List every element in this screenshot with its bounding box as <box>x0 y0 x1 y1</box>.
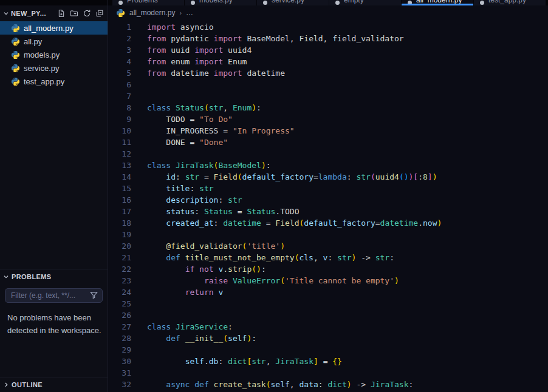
line-number: 10 <box>108 125 131 137</box>
workspace-title: NEW_PY... <box>11 10 56 17</box>
line-number: 21 <box>108 252 131 263</box>
new-file-icon[interactable] <box>56 8 67 19</box>
line-number: 7 <box>108 90 131 102</box>
code-line[interactable]: 9 TODO = "To Do" <box>108 113 548 125</box>
line-number: 19 <box>108 229 131 240</box>
file-item-all.py[interactable]: all.py <box>0 35 108 48</box>
code-line[interactable]: 17 status: Status = Status.TODO <box>108 206 548 217</box>
modified-dot-icon <box>335 1 340 5</box>
problems-title: PROBLEMS <box>12 273 52 280</box>
code-line-text: self.db: dict[str, JiraTask] = {} <box>147 356 342 367</box>
filter-icon[interactable] <box>89 291 99 300</box>
code-line[interactable]: 28 def __init__(self): <box>108 333 548 344</box>
line-number: 28 <box>108 333 131 344</box>
tab-test_app.py[interactable]: test_app.py <box>474 0 546 5</box>
code-line[interactable]: 3from uuid import uuid4 <box>108 44 548 56</box>
breadcrumb-file[interactable]: all_modern.py <box>129 8 175 17</box>
code-line[interactable]: 4from enum import Enum <box>108 56 548 67</box>
code-line[interactable]: 12 <box>108 148 548 160</box>
active-tab-indicator <box>402 4 473 5</box>
line-number: 13 <box>108 160 131 171</box>
tab-service.py[interactable]: service.py <box>257 0 329 5</box>
code-line-text: IN_PROGRESS = "In Progress" <box>147 125 295 137</box>
tab-label: empty <box>344 0 364 4</box>
explorer-header[interactable]: NEW_PY... <box>0 5 108 21</box>
line-number: 22 <box>108 263 131 275</box>
tab-all_modern.py[interactable]: all_modern.py <box>402 0 473 5</box>
outline-header[interactable]: OUTLINE <box>0 377 108 392</box>
code-line[interactable]: 23 raise ValueError('Title cannot be emp… <box>108 275 548 286</box>
code-line[interactable]: 29 <box>108 344 548 356</box>
code-line[interactable]: 13class JiraTask(BaseModel): <box>108 160 548 171</box>
chevron-right-icon[interactable] <box>1 380 11 390</box>
line-number: 4 <box>108 56 131 67</box>
problems-section: PROBLEMS No problems have been detected … <box>0 269 108 337</box>
code-line[interactable]: 16 description: str <box>108 194 548 206</box>
tab-Problems[interactable]: Problems <box>112 0 184 5</box>
code-line[interactable]: 2from pydantic import BaseModel, Field, … <box>108 33 548 44</box>
code-line[interactable]: 14 id: str = Field(default_factory=lambd… <box>108 171 548 183</box>
code-line[interactable]: 26 <box>108 309 548 321</box>
code-line[interactable]: 30 self.db: dict[str, JiraTask] = {} <box>108 356 548 367</box>
python-file-icon <box>11 64 20 73</box>
code-line-text: from datetime import datetime <box>147 67 285 79</box>
file-item-all_modern.py[interactable]: all_modern.py <box>0 21 108 35</box>
code-line-text: description: str <box>147 194 242 206</box>
code-line[interactable]: 5from datetime import datetime <box>108 67 548 79</box>
code-line-text: def title_must_not_be_empty(cls, v: str)… <box>147 252 394 263</box>
code-line[interactable]: 6 <box>108 79 548 90</box>
tab-empty[interactable]: empty <box>329 0 401 5</box>
code-line[interactable]: 1import asyncio <box>108 21 548 33</box>
collapse-all-icon[interactable] <box>94 8 105 19</box>
line-number: 11 <box>108 137 131 148</box>
code-line[interactable]: 31 <box>108 367 548 379</box>
code-line[interactable]: 22 if not v.strip(): <box>108 263 548 275</box>
code-line[interactable]: 21 def title_must_not_be_empty(cls, v: s… <box>108 252 548 263</box>
code-line[interactable]: 8class Status(str, Enum): <box>108 102 548 113</box>
file-list: all_modern.py all.py models.py service.p… <box>0 21 108 88</box>
code-line-text: created_at: datetime = Field(default_fac… <box>147 217 442 229</box>
code-line[interactable]: 27class JiraService: <box>108 321 548 333</box>
problems-filter-input[interactable] <box>5 288 103 303</box>
code-line[interactable]: 15 title: str <box>108 183 548 194</box>
code-line[interactable]: 20 @field_validator('title') <box>108 240 548 252</box>
file-item-test_app.py[interactable]: test_app.py <box>0 75 108 88</box>
problems-header[interactable]: PROBLEMS <box>0 269 108 284</box>
chevron-down-icon[interactable] <box>1 272 11 282</box>
chevron-down-icon[interactable] <box>1 8 11 18</box>
code-line-text: class JiraTask(BaseModel): <box>147 160 271 171</box>
code-line[interactable]: 10 IN_PROGRESS = "In Progress" <box>108 125 548 137</box>
tab-models.py[interactable]: models.py <box>185 0 256 5</box>
breadcrumb-more[interactable]: … <box>186 8 193 17</box>
code-line[interactable]: 19 <box>108 229 548 240</box>
problems-filter <box>5 288 103 303</box>
sidebar-top-strip <box>0 0 108 5</box>
code-line-text: if not v.strip(): <box>147 263 266 275</box>
line-number: 18 <box>108 217 131 229</box>
code-line[interactable]: 24 return v <box>108 286 548 298</box>
file-item-models.py[interactable]: models.py <box>0 48 108 61</box>
line-number: 27 <box>108 321 131 333</box>
line-number: 26 <box>108 309 131 321</box>
line-number: 16 <box>108 194 131 206</box>
code-line[interactable]: 11 DONE = "Done" <box>108 137 548 148</box>
modified-dot-icon <box>118 1 123 5</box>
code-line[interactable]: 7 <box>108 90 548 102</box>
code-editor[interactable]: 1import asyncio2from pydantic import Bas… <box>108 20 548 392</box>
code-line[interactable]: 25 <box>108 298 548 309</box>
line-number: 14 <box>108 171 131 183</box>
outline-title: OUTLINE <box>12 381 43 388</box>
code-line-text: title: str <box>147 183 214 194</box>
line-number: 32 <box>108 379 131 390</box>
modified-dot-icon <box>191 1 195 5</box>
line-number: 31 <box>108 367 131 379</box>
code-line[interactable]: 18 created_at: datetime = Field(default_… <box>108 217 548 229</box>
line-number: 1 <box>108 21 131 33</box>
editor-area: Problemsmodels.pyservice.pyemptyall_mode… <box>108 0 548 392</box>
file-item-service.py[interactable]: service.py <box>0 61 108 75</box>
code-line[interactable]: 32 async def create_task(self, data: dic… <box>108 379 548 390</box>
refresh-icon[interactable] <box>81 8 92 19</box>
file-name: all.py <box>24 37 42 46</box>
vscode-window: NEW_PY... all_modern.py <box>0 0 548 392</box>
new-folder-icon[interactable] <box>69 8 80 19</box>
